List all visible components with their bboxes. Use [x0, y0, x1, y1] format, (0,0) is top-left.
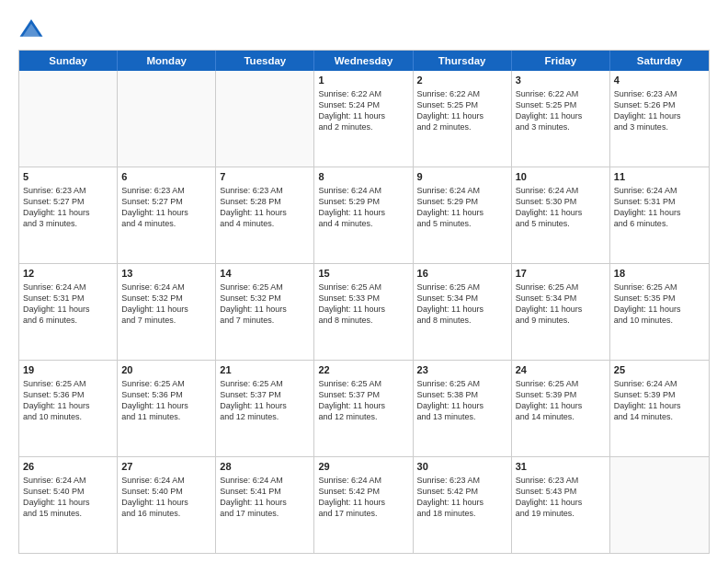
cell-info-line: Sunset: 5:27 PM — [121, 196, 211, 207]
cell-info-line: Sunset: 5:24 PM — [318, 99, 408, 110]
cell-info-line: Daylight: 11 hours — [417, 110, 507, 121]
day-cell-20: 20Sunrise: 6:25 AMSunset: 5:36 PMDayligh… — [118, 361, 216, 456]
day-number: 31 — [516, 460, 606, 474]
day-number: 22 — [318, 363, 408, 377]
day-cell-9: 9Sunrise: 6:24 AMSunset: 5:29 PMDaylight… — [414, 167, 512, 263]
cell-info-line: Sunrise: 6:24 AM — [121, 282, 211, 293]
day-cell-30: 30Sunrise: 6:23 AMSunset: 5:42 PMDayligh… — [414, 457, 512, 553]
day-cell-14: 14Sunrise: 6:25 AMSunset: 5:32 PMDayligh… — [216, 264, 314, 360]
calendar-row-0: 1Sunrise: 6:22 AMSunset: 5:24 PMDaylight… — [19, 71, 709, 167]
cell-info-line: Sunrise: 6:22 AM — [318, 88, 408, 99]
cell-info-line: Daylight: 11 hours — [318, 497, 408, 508]
cell-info-line: and 2 minutes. — [417, 121, 507, 132]
cell-info-line: Sunrise: 6:25 AM — [318, 378, 408, 389]
cell-info-line: Sunset: 5:33 PM — [318, 293, 408, 304]
header-cell-sunday: Sunday — [19, 51, 118, 71]
cell-info-line: Sunset: 5:40 PM — [121, 486, 211, 497]
cell-info-line: Sunrise: 6:25 AM — [318, 282, 408, 293]
cell-info-line: Sunset: 5:32 PM — [220, 293, 310, 304]
cell-info-line: Sunset: 5:28 PM — [220, 196, 310, 207]
day-cell-15: 15Sunrise: 6:25 AMSunset: 5:33 PMDayligh… — [314, 264, 413, 360]
cell-info-line: and 6 minutes. — [614, 218, 705, 229]
cell-info-line: Sunrise: 6:25 AM — [614, 282, 705, 293]
cell-info-line: Sunrise: 6:25 AM — [417, 282, 507, 293]
cell-info-line: and 3 minutes. — [23, 218, 113, 229]
cell-info-line: and 17 minutes. — [220, 508, 310, 519]
cell-info-line: Sunset: 5:34 PM — [417, 293, 507, 304]
cell-info-line: Daylight: 11 hours — [318, 207, 408, 218]
cell-info-line: Daylight: 11 hours — [614, 400, 705, 411]
day-cell-2: 2Sunrise: 6:22 AMSunset: 5:25 PMDaylight… — [414, 71, 512, 167]
header — [18, 17, 710, 42]
cell-info-line: and 13 minutes. — [417, 411, 507, 422]
cell-info-line: Daylight: 11 hours — [417, 304, 507, 315]
cell-info-line: Daylight: 11 hours — [121, 400, 211, 411]
empty-cell-4-6 — [610, 457, 709, 553]
cell-info-line: and 7 minutes. — [220, 315, 310, 326]
cell-info-line: Sunrise: 6:25 AM — [417, 378, 507, 389]
cell-info-line: Sunrise: 6:24 AM — [417, 185, 507, 196]
cell-info-line: Sunrise: 6:24 AM — [614, 378, 705, 389]
cell-info-line: Sunrise: 6:24 AM — [516, 185, 606, 196]
header-cell-thursday: Thursday — [414, 51, 512, 71]
cell-info-line: Sunset: 5:26 PM — [614, 99, 705, 110]
cell-info-line: Daylight: 11 hours — [417, 497, 507, 508]
day-number: 19 — [23, 363, 113, 377]
cell-info-line: Sunset: 5:29 PM — [417, 196, 507, 207]
calendar: SundayMondayTuesdayWednesdayThursdayFrid… — [18, 50, 710, 554]
cell-info-line: Sunset: 5:40 PM — [23, 486, 113, 497]
day-cell-17: 17Sunrise: 6:25 AMSunset: 5:34 PMDayligh… — [512, 264, 610, 360]
day-cell-4: 4Sunrise: 6:23 AMSunset: 5:26 PMDaylight… — [610, 71, 709, 167]
day-number: 29 — [318, 460, 408, 474]
day-number: 13 — [121, 267, 211, 281]
empty-cell-0-0 — [19, 71, 118, 167]
cell-info-line: Sunrise: 6:24 AM — [23, 475, 113, 486]
cell-info-line: Daylight: 11 hours — [516, 110, 606, 121]
day-cell-13: 13Sunrise: 6:24 AMSunset: 5:32 PMDayligh… — [118, 264, 216, 360]
cell-info-line: and 5 minutes. — [417, 218, 507, 229]
cell-info-line: and 6 minutes. — [23, 315, 113, 326]
cell-info-line: and 19 minutes. — [516, 508, 606, 519]
cell-info-line: Sunrise: 6:25 AM — [23, 378, 113, 389]
day-number: 9 — [417, 170, 507, 184]
day-cell-26: 26Sunrise: 6:24 AMSunset: 5:40 PMDayligh… — [19, 457, 118, 553]
calendar-header: SundayMondayTuesdayWednesdayThursdayFrid… — [19, 51, 709, 71]
cell-info-line: Sunset: 5:29 PM — [318, 196, 408, 207]
cell-info-line: Daylight: 11 hours — [23, 304, 113, 315]
cell-info-line: and 7 minutes. — [121, 315, 211, 326]
cell-info-line: and 10 minutes. — [614, 315, 705, 326]
day-cell-12: 12Sunrise: 6:24 AMSunset: 5:31 PMDayligh… — [19, 264, 118, 360]
day-number: 1 — [318, 74, 408, 87]
day-number: 25 — [614, 363, 705, 377]
empty-cell-0-2 — [216, 71, 314, 167]
cell-info-line: Daylight: 11 hours — [220, 400, 310, 411]
cell-info-line: and 5 minutes. — [516, 218, 606, 229]
day-cell-8: 8Sunrise: 6:24 AMSunset: 5:29 PMDaylight… — [314, 167, 413, 263]
cell-info-line: and 3 minutes. — [614, 121, 705, 132]
header-cell-monday: Monday — [118, 51, 216, 71]
cell-info-line: Daylight: 11 hours — [318, 400, 408, 411]
cell-info-line: Daylight: 11 hours — [121, 304, 211, 315]
day-cell-31: 31Sunrise: 6:23 AMSunset: 5:43 PMDayligh… — [512, 457, 610, 553]
day-cell-6: 6Sunrise: 6:23 AMSunset: 5:27 PMDaylight… — [118, 167, 216, 263]
cell-info-line: Daylight: 11 hours — [23, 207, 113, 218]
cell-info-line: Daylight: 11 hours — [516, 400, 606, 411]
cell-info-line: Daylight: 11 hours — [614, 110, 705, 121]
day-number: 5 — [23, 170, 113, 184]
day-cell-1: 1Sunrise: 6:22 AMSunset: 5:24 PMDaylight… — [314, 71, 413, 167]
day-cell-5: 5Sunrise: 6:23 AMSunset: 5:27 PMDaylight… — [19, 167, 118, 263]
empty-cell-0-1 — [118, 71, 216, 167]
cell-info-line: Daylight: 11 hours — [121, 207, 211, 218]
header-cell-wednesday: Wednesday — [314, 51, 413, 71]
day-number: 12 — [23, 267, 113, 281]
cell-info-line: Sunset: 5:31 PM — [614, 196, 705, 207]
cell-info-line: Sunset: 5:36 PM — [23, 389, 113, 400]
cell-info-line: Sunrise: 6:24 AM — [318, 185, 408, 196]
day-cell-19: 19Sunrise: 6:25 AMSunset: 5:36 PMDayligh… — [19, 361, 118, 456]
logo — [18, 17, 48, 42]
cell-info-line: Sunrise: 6:23 AM — [614, 88, 705, 99]
calendar-row-2: 12Sunrise: 6:24 AMSunset: 5:31 PMDayligh… — [19, 264, 709, 361]
day-number: 11 — [614, 170, 705, 184]
day-cell-29: 29Sunrise: 6:24 AMSunset: 5:42 PMDayligh… — [314, 457, 413, 553]
cell-info-line: Sunrise: 6:23 AM — [121, 185, 211, 196]
